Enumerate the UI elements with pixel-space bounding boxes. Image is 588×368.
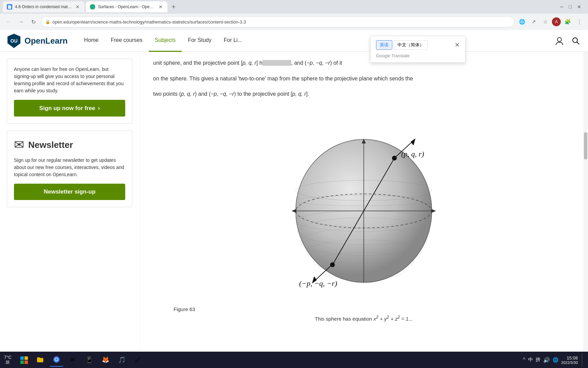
chrome-taskbar[interactable]	[50, 353, 63, 367]
system-tray: ^ 中 拼 🔊 🌐	[523, 357, 559, 363]
signup-button-text: Sign up now for free	[39, 105, 95, 112]
content-paragraph-2: on the sphere. This gives a natural 'two…	[153, 74, 574, 83]
tab-2-close[interactable]: ✕	[158, 4, 163, 10]
signup-button[interactable]: Sign up now for free ›	[14, 100, 125, 117]
app4-taskbar[interactable]: 📱	[82, 353, 96, 367]
svg-rect-30	[24, 356, 28, 360]
logo-area[interactable]: OU OpenLearn	[7, 33, 68, 49]
weather-desc: 阴	[6, 360, 10, 365]
clock[interactable]: 15:08 2022/3/30	[561, 355, 578, 365]
tab-1-title: 4.8 Orders in condensed matt...	[15, 4, 72, 9]
translate-header: 英语 中文（简体） ✕	[376, 40, 460, 50]
main-content: unit sphere, and the projective point [p…	[140, 52, 588, 368]
taskbar: 7°C 阴 ✉ 📱 🦊 🎵 🖊	[0, 352, 588, 368]
file-explorer-taskbar[interactable]	[33, 353, 47, 367]
scrollbar-thumb[interactable]	[584, 132, 587, 159]
tab-2-title: Surfaces - OpenLearn - Open...	[98, 4, 155, 9]
newsletter-signup-button[interactable]: Newsletter sign-up	[14, 184, 125, 200]
content-paragraph-1: unit sphere, and the projective point [p…	[153, 59, 574, 67]
address-text: open.edu/openlearn/science-maths-technol…	[52, 19, 510, 25]
windows-logo-icon	[20, 356, 28, 364]
network-icon[interactable]: 🌐	[553, 357, 558, 363]
signup-arrow-icon: ›	[98, 105, 100, 112]
svg-marker-26	[292, 209, 296, 213]
svg-point-35	[55, 358, 58, 361]
person-icon	[555, 36, 564, 46]
svg-rect-29	[20, 356, 24, 360]
figure-63-svg: (p, q, r) (−p, −q, −r)	[279, 105, 449, 303]
search-icon[interactable]	[570, 35, 581, 46]
main-nav: Home Free courses Subjects For Study For…	[78, 30, 554, 52]
bookmark-icon[interactable]: ☆	[540, 17, 550, 27]
nav-free-courses[interactable]: Free courses	[104, 30, 148, 52]
forward-button[interactable]: →	[16, 17, 26, 27]
nav-for-study[interactable]: For Study	[182, 30, 217, 52]
svg-point-20	[392, 156, 397, 160]
refresh-button[interactable]: ↻	[29, 17, 38, 27]
svg-marker-25	[431, 209, 436, 213]
chrome-icon	[53, 356, 60, 363]
svg-rect-32	[24, 361, 28, 364]
new-tab-button[interactable]: +	[169, 2, 178, 12]
translate-close-btn[interactable]: ✕	[455, 41, 460, 49]
browser-nav-icons: 🌐 ↗ ☆ A 🧩 ⋮	[517, 17, 584, 27]
svg-text:(−p, −q, −r): (−p, −q, −r)	[299, 279, 337, 288]
volume-icon[interactable]: 🔊	[543, 357, 550, 363]
nav-for-life[interactable]: For Li...	[218, 30, 248, 52]
translate-icon[interactable]: 🌐	[517, 17, 527, 27]
minimize-button[interactable]: ─	[560, 4, 564, 10]
figure-caption: Figure 63	[174, 306, 195, 312]
lang-chinese-btn[interactable]: 中文（简体）	[394, 40, 428, 50]
tab-1-favicon: 📄	[7, 4, 12, 10]
sidebar: Anyone can learn for free on OpenLearn, …	[0, 52, 140, 368]
profile-icon[interactable]: A	[552, 17, 561, 26]
extensions-icon[interactable]: 🧩	[563, 17, 572, 27]
nav-subjects[interactable]: Subjects	[149, 30, 182, 52]
content-paragraph-3: two points (p, q, r) and (−p, −q, −r) to…	[153, 90, 574, 98]
newsletter-title: Newsletter	[28, 140, 73, 150]
more-options-icon[interactable]: ⋮	[574, 17, 584, 27]
tab-1[interactable]: 📄 4.8 Orders in condensed matt... ✕	[3, 1, 84, 12]
svg-point-22	[330, 262, 335, 267]
share-icon[interactable]: ↗	[529, 17, 538, 27]
figure-container: (p, q, r) (−p, −q, −r) Figure 63	[153, 105, 574, 322]
close-window-button[interactable]: ✕	[577, 4, 581, 10]
app7-taskbar[interactable]: 🖊	[131, 353, 145, 367]
show-desktop[interactable]	[582, 353, 584, 367]
newsletter-card: ✉ Newsletter Sign up for our regular new…	[7, 131, 132, 207]
signup-card: Anyone can learn for free on OpenLearn, …	[7, 59, 132, 124]
show-hidden-icons[interactable]: ^	[523, 357, 526, 363]
translate-popup: 英语 中文（简体） ✕ Google Translate	[370, 36, 466, 63]
site-header: OU OpenLearn Home Free courses Subjects …	[0, 30, 588, 52]
start-button[interactable]	[17, 353, 31, 367]
weather-temp: 7°C	[4, 355, 12, 360]
tab-2[interactable]: 🌐 Surfaces - OpenLearn - Open... ✕	[86, 1, 167, 12]
app6-taskbar[interactable]: 🎵	[115, 353, 129, 367]
tab-1-close[interactable]: ✕	[75, 4, 80, 10]
svg-point-3	[573, 38, 577, 43]
folder-icon	[36, 356, 44, 364]
logo-shield-icon: OU	[7, 33, 21, 49]
user-icon[interactable]	[554, 35, 565, 46]
lang-english-btn[interactable]: 英语	[376, 40, 392, 50]
mail-taskbar[interactable]: ✉	[66, 353, 80, 367]
app5-taskbar[interactable]: 🦊	[99, 353, 112, 367]
maximize-button[interactable]: □	[569, 4, 572, 10]
pinyin-icon[interactable]: 拼	[536, 357, 540, 363]
svg-text:OU: OU	[11, 38, 18, 44]
figure-continuation: This sphere has equation x2 + y2 + z2 = …	[315, 315, 413, 322]
address-bar[interactable]: 🔒 open.edu/openlearn/science-maths-techn…	[41, 16, 514, 27]
nav-home[interactable]: Home	[78, 30, 105, 52]
newsletter-envelope-icon: ✉	[14, 138, 24, 152]
page-container: Anyone can learn for free on OpenLearn, …	[0, 52, 588, 368]
search-magnifier-icon	[571, 36, 580, 45]
translate-brand: Google Translate	[376, 53, 460, 58]
scrollbar-track[interactable]	[583, 52, 588, 368]
svg-text:(p, q, r): (p, q, r)	[401, 150, 424, 158]
svg-marker-27	[411, 138, 415, 145]
newsletter-header: ✉ Newsletter	[14, 138, 125, 152]
back-button[interactable]: ←	[4, 17, 14, 27]
tab-2-favicon: 🌐	[90, 4, 95, 10]
logo-text: OpenLearn	[24, 36, 68, 46]
input-method-icon[interactable]: 中	[528, 357, 533, 363]
